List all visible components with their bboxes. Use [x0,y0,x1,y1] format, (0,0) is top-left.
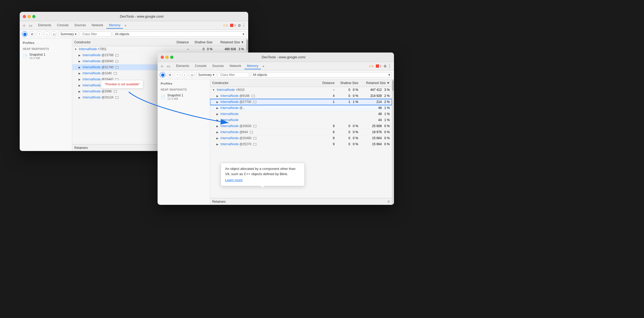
devtools-icons-2: ⊹ ▭ [160,64,171,69]
tooltip-box: An object allocated by a component other… [221,163,305,186]
clear-btn-2[interactable]: ⊘ [167,72,173,78]
all-objects-select-1[interactable]: All objects ▾ [113,32,246,37]
expand-icon[interactable]: ▶ [216,131,219,134]
close-button-1[interactable] [23,15,26,18]
tab-sources-2[interactable]: Sources [210,63,226,69]
upload-btn-2[interactable]: ↑ [174,72,180,78]
tab-network-1[interactable]: Network [89,22,106,29]
expand-icon[interactable]: ▶ [216,107,219,110]
table-row[interactable]: ▶ InternalNode 44 1 % [210,117,392,123]
expand-icon[interactable]: ▶ [216,101,219,103]
expand-icon[interactable]: ▶ [216,125,219,128]
snapshot-item-2[interactable]: 📄 Snapshot 1 13.3 MB [158,92,210,102]
snapshot-size-1: 16.0 MB [29,56,45,60]
col-constructor-1: Constructor [72,40,170,45]
collect-btn-2[interactable]: ⚏ [189,72,195,78]
inspect-icon-2[interactable]: ⊹ [160,64,164,69]
record-btn-2[interactable]: ⬤ [160,72,165,78]
summary-select-2[interactable]: Summary ▾ [196,72,216,77]
sidebar-1: Profiles HEAP SNAPSHOTS 📄 Snapshot 1 16.… [20,39,72,151]
table-row[interactable]: ▶ InternalNode @20490 8 0 0 % 15 664 0 % [210,135,392,141]
tab-network-2[interactable]: Network [227,63,244,69]
devtools-tabs-2: ⊹ ▭ Elements Console Sources Network Mem… [158,62,394,70]
table-row[interactable]: ▶ InternalNode @844 6 0 0 % 18 976 0 % [210,129,392,135]
table-row[interactable]: ▶ InternalNode 48 1 % [210,111,392,117]
warn-badge-1: ⚠ 3 [223,24,228,27]
chevron-down-icon-2: ▾ [243,32,244,36]
tab-elements-2[interactable]: Elements [173,63,192,69]
upload-btn-1[interactable]: ↑ [37,31,42,37]
settings-icon-1[interactable]: ⚙ [238,23,241,28]
window-icon [115,54,118,56]
table-row[interactable]: ▼ InternalNode ×5010 – 0 0 % 447 412 3 % [210,87,392,93]
scrollbar-2[interactable] [392,79,394,205]
more-tabs-2[interactable]: » [261,64,265,68]
window-icon [250,131,253,133]
expand-icon[interactable]: ▶ [216,137,219,140]
maximize-button-1[interactable] [32,15,35,18]
table-row[interactable]: ▶ InternalNode @20630 9 0 0 % 25 608 0 % [210,123,392,129]
tab-memory-1[interactable]: Memory [106,22,123,29]
col-retained-2: Retained Size ▼ [360,80,392,86]
expand-icon[interactable]: ▶ [79,66,81,69]
settings-icon-2[interactable]: ⚙ [383,64,387,68]
expand-icon[interactable]: ▶ [79,90,81,93]
tab-memory-2[interactable]: Memory [244,63,261,69]
window-icon [115,66,118,69]
table-row-outlined[interactable]: ▶ InternalNode @27700 1 1 1 % 214 2 % [210,99,392,105]
table-row[interactable]: ▶ InternalNode @25270 9 0 0 % 15 664 0 % [210,141,392,147]
minimize-button-2[interactable] [165,56,169,59]
tab-elements-1[interactable]: Elements [35,22,54,29]
snapshot-item-1[interactable]: 📄 Snapshot 1 16.0 MB [20,51,72,61]
traffic-lights-1[interactable] [23,15,35,18]
memory-toolbar-1: ⬤ ⊘ ↑ ↓ ⚏ Summary ▾ All objects ▾ [20,30,248,39]
learn-more-link[interactable]: Learn more [225,178,300,183]
more-tabs-1[interactable]: » [123,24,127,27]
expand-icon[interactable]: ▶ [79,72,81,75]
expand-icon[interactable]: ▶ [216,113,219,116]
download-btn-1[interactable]: ↓ [44,31,50,37]
more-options-2[interactable]: ⋮ [387,64,392,69]
record-btn-1[interactable]: ⬤ [22,31,28,37]
clear-btn-1[interactable]: ⊘ [29,31,35,37]
expand-icon[interactable]: ▶ [79,96,81,99]
expand-icon[interactable]: ▼ [74,48,77,51]
heap-section-2: HEAP SNAPSHOTS 📄 Snapshot 1 13.3 MB [158,86,210,103]
collect-btn-1[interactable]: ⚏ [51,31,57,37]
class-filter-input-2[interactable] [218,72,249,77]
window-icon [253,101,256,103]
expand-icon[interactable]: ▶ [79,54,81,57]
expand-icon[interactable]: ▶ [216,119,219,122]
download-btn-2[interactable]: ↓ [182,72,188,78]
class-filter-input-1[interactable] [80,32,111,37]
expand-icon[interactable]: ▶ [216,143,219,146]
expand-icon[interactable]: ▶ [216,95,219,97]
window-icon [253,143,256,145]
maximize-button-2[interactable] [170,56,173,59]
scrollbar-icon-2: ≡ [387,199,390,204]
traffic-lights-2[interactable] [161,56,173,59]
device-icon-2[interactable]: ▭ [166,64,171,69]
close-button-2[interactable] [161,56,164,59]
expand-icon[interactable]: ▼ [212,88,215,91]
tab-sources-1[interactable]: Sources [72,22,89,29]
heap-section-1: HEAP SNAPSHOTS 📄 Snapshot 1 16.0 MB [20,45,72,62]
titlebar-1: DevTools - www.google.com/ [20,12,248,21]
all-objects-select-2[interactable]: All objects ▾ [251,72,392,77]
tab-console-2[interactable]: Console [192,63,209,69]
summary-select-1[interactable]: Summary ▾ [59,32,78,37]
table-row[interactable]: ▼ InternalNode ×7851 – 0 0 % 486 608 3 % [72,46,246,52]
expand-icon[interactable]: ▶ [79,78,81,81]
tab-console-1[interactable]: Console [54,22,71,29]
window-icon [114,90,117,93]
err-badge-2: 🟥 2 [376,64,381,68]
table-row[interactable]: ▶ InternalNode @9166 4 0 0 % 214 928 2 % [210,93,392,99]
expand-icon[interactable]: ▶ [79,84,81,87]
expand-icon[interactable]: ▶ [79,60,81,63]
device-icon[interactable]: ▭ [28,23,33,28]
table-header-1: Constructor Distance Shallow Size Retain… [72,39,246,46]
minimize-button-1[interactable] [28,15,31,18]
inspect-icon[interactable]: ⊹ [22,23,27,28]
more-options-1[interactable]: ⋮ [242,23,246,28]
table-row[interactable]: ▶ InternalNode @... 48 1 % [210,105,392,111]
